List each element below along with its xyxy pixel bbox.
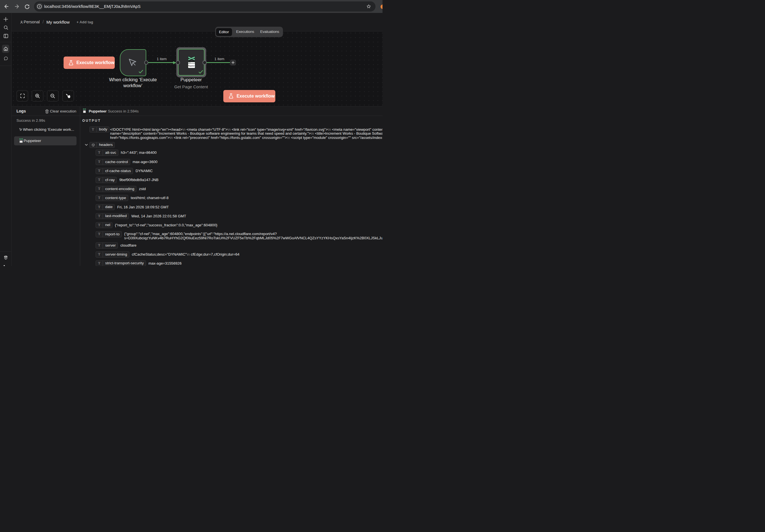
svg-text:Puppeteer: Puppeteer	[19, 142, 23, 142]
svg-text:Puppeteer: Puppeteer	[83, 112, 86, 112]
svg-text:Puppeteer: Puppeteer	[188, 65, 195, 67]
